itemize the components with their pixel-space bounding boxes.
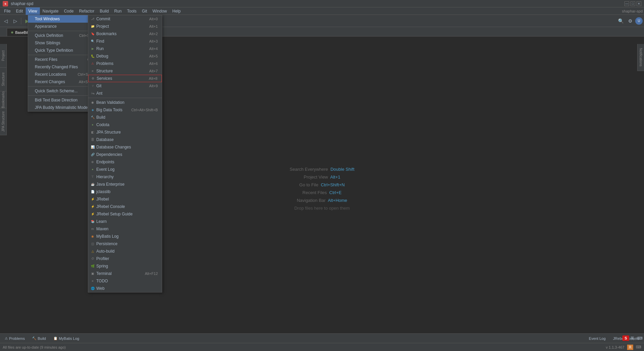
editor-hints: Search Everywhere Double Shift Project V… xyxy=(290,164,354,213)
submenu-git[interactable]: ⑂ Git Alt+9 xyxy=(88,82,162,90)
status-bar-right: v 1.1.3-467 英 ⌨ xyxy=(606,345,641,350)
submenu-structure[interactable]: ≡ Structure Alt+7 xyxy=(88,67,162,75)
problems-icon2: ⚠ xyxy=(90,61,95,66)
mybatis-bottom-tab[interactable]: 📋 MyBatis Log xyxy=(50,334,83,343)
project-panel-tab[interactable]: Project xyxy=(0,44,7,68)
bookmarks-icon: 🔖 xyxy=(90,31,95,36)
submenu-jrebel-setup[interactable]: ⚡ JRebel Setup Guide xyxy=(88,210,162,218)
hint-goto-file: Go to File Ctrl+Shift+N xyxy=(290,182,354,187)
submenu-mybatis-log[interactable]: ◉ MyBatis Log xyxy=(88,233,162,240)
project-icon: 📁 xyxy=(90,24,95,29)
submenu-project[interactable]: 📁 Project Alt+1 xyxy=(88,23,162,30)
submenu-database[interactable]: 🗄 Database xyxy=(88,136,162,143)
menu-run[interactable]: Run xyxy=(112,7,124,15)
git-icon: ⑂ xyxy=(90,84,95,88)
status-message: All files are up-to-date (9 minutes ago) xyxy=(3,345,66,349)
submenu-persistence[interactable]: ◫ Persistence xyxy=(88,240,162,248)
submenu-event-log[interactable]: ● Event Log xyxy=(88,166,162,173)
profiler-icon: ⏱ xyxy=(90,256,95,261)
hint-project: Project View Alt+1 xyxy=(290,174,354,180)
submenu-big-data-tools[interactable]: ◈ Big Data Tools Ctrl+Alt+Shift+B xyxy=(88,106,162,114)
submenu-services[interactable]: ⚙ Services Alt+8 xyxy=(88,75,162,82)
submenu-auto-build[interactable]: △ Auto-build xyxy=(88,248,162,255)
window-controls: — □ ✕ xyxy=(624,1,641,6)
tool-windows-submenu: ⎇ Commit Alt+0 📁 Project Alt+1 🔖 Bookmar… xyxy=(88,15,162,292)
submenu-problems[interactable]: ⚠ Problems Alt+6 xyxy=(88,60,162,67)
right-panel-tabs: Notifications xyxy=(637,44,644,71)
database-icon: 🗄 xyxy=(90,137,95,142)
submenu-jrebel-console[interactable]: ⚡ JRebel Console xyxy=(88,203,162,210)
title-bar-left: s shaphar-spd xyxy=(3,1,33,6)
event-log-label: Event Log xyxy=(589,336,606,341)
submenu-endpoints[interactable]: ⊕ Endpoints xyxy=(88,158,162,166)
menu-code[interactable]: Code xyxy=(61,7,76,15)
hint-recent: Recent Files Ctrl+E xyxy=(290,190,354,195)
menu-file[interactable]: File xyxy=(1,7,13,15)
submenu-jrebel[interactable]: ⚡ JRebel xyxy=(88,195,162,203)
jrebel-icon: ⚡ xyxy=(90,197,95,202)
bean-icon: ◉ xyxy=(90,100,95,105)
bookmarks-panel-tab[interactable]: Bookmarks xyxy=(0,91,7,108)
toolbar-search-button[interactable]: 🔍 xyxy=(616,17,625,25)
structure-panel-tab[interactable]: Structure xyxy=(0,68,7,91)
build-bottom-tab[interactable]: 🔨 Build xyxy=(29,334,49,343)
mybatis-label: MyBatis Log xyxy=(59,336,79,341)
dbchanges-icon: 📊 xyxy=(90,145,95,149)
menu-git[interactable]: Git xyxy=(139,7,150,15)
brand-s-icon: S xyxy=(622,335,629,341)
status-ime-indicator: ⌨ xyxy=(636,345,641,349)
submenu-maven[interactable]: m Maven xyxy=(88,225,162,233)
menu-help[interactable]: Help xyxy=(170,7,183,15)
jrebelconsole-icon: ⚡ xyxy=(90,204,95,209)
maximize-button[interactable]: □ xyxy=(630,1,635,6)
problems-bottom-tab[interactable]: ⚠ Problems xyxy=(1,334,28,343)
toolbar-settings-button[interactable]: ⚙ xyxy=(626,17,635,25)
menu-window[interactable]: Window xyxy=(150,7,170,15)
submenu-web[interactable]: 🌐 Web xyxy=(88,285,162,292)
submenu-ant[interactable]: 🐜 Ant xyxy=(88,90,162,97)
submenu-dependencies[interactable]: 🔗 Dependencies xyxy=(88,151,162,158)
submenu-bean-validation[interactable]: ◉ Bean Validation xyxy=(88,99,162,106)
menu-tools[interactable]: Tools xyxy=(124,7,139,15)
submenu-jpa-structure[interactable]: ◧ JPA Structure xyxy=(88,128,162,136)
submenu-sep-1 xyxy=(88,98,162,98)
status-bar: All files are up-to-date (9 minutes ago)… xyxy=(0,343,644,351)
notifications-panel-tab[interactable]: Notifications xyxy=(637,44,644,71)
menu-navigate[interactable]: Navigate xyxy=(40,7,61,15)
spring-icon: 🌿 xyxy=(90,264,95,268)
menu-edit[interactable]: Edit xyxy=(13,7,26,15)
learn-icon: 📚 xyxy=(90,219,95,224)
submenu-commit[interactable]: ⎇ Commit Alt+0 xyxy=(88,15,162,23)
close-button[interactable]: ✕ xyxy=(637,1,641,6)
submenu-learn[interactable]: 📚 Learn xyxy=(88,218,162,225)
submenu-run[interactable]: ▶ Run Alt+4 xyxy=(88,45,162,52)
submenu-hierarchy[interactable]: ⊤ Hierarchy xyxy=(88,173,162,181)
toolbar-forward-button[interactable]: ▷ xyxy=(11,17,20,25)
minimize-button[interactable]: — xyxy=(624,1,629,6)
submenu-debug[interactable]: 🐛 Debug Alt+5 xyxy=(88,52,162,60)
submenu-bookmarks[interactable]: 🔖 Bookmarks Alt+2 xyxy=(88,30,162,38)
hint-nav-bar: Navigation Bar Alt+Home xyxy=(290,198,354,203)
submenu-spring[interactable]: 🌿 Spring xyxy=(88,262,162,270)
event-log-bottom-tab[interactable]: Event Log xyxy=(586,336,609,341)
app-title: shaphar-spd xyxy=(11,1,33,6)
jpa-structure-panel-tab[interactable]: JPA Structure xyxy=(0,108,7,135)
autobuild-icon: △ xyxy=(90,249,95,254)
find-icon: 🔍 xyxy=(90,39,95,44)
menu-refactor[interactable]: Refactor xyxy=(76,7,97,15)
toolbar-back-button[interactable]: ◁ xyxy=(1,17,10,25)
submenu-database-changes[interactable]: 📊 Database Changes xyxy=(88,143,162,151)
submenu-find[interactable]: 🔍 Find Alt+3 xyxy=(88,38,162,45)
menu-build[interactable]: Build xyxy=(97,7,112,15)
submenu-todo[interactable]: ≡ TODO xyxy=(88,277,162,285)
javaent-icon: ☕ xyxy=(90,182,95,187)
submenu-jclasslib[interactable]: 📄 jclasslib xyxy=(88,188,162,195)
left-panel-tabs: Project Structure Bookmarks JPA Structur… xyxy=(0,44,7,135)
toolbar-avatar[interactable]: U xyxy=(635,17,643,25)
submenu-codota[interactable]: ● Codota xyxy=(88,121,162,128)
submenu-terminal[interactable]: ▣ Terminal Alt+F12 xyxy=(88,270,162,277)
submenu-java-enterprise[interactable]: ☕ Java Enterprise xyxy=(88,181,162,188)
menu-view[interactable]: View xyxy=(26,7,40,15)
submenu-build[interactable]: 🔨 Build xyxy=(88,114,162,121)
submenu-profiler[interactable]: ⏱ Profiler xyxy=(88,255,162,262)
